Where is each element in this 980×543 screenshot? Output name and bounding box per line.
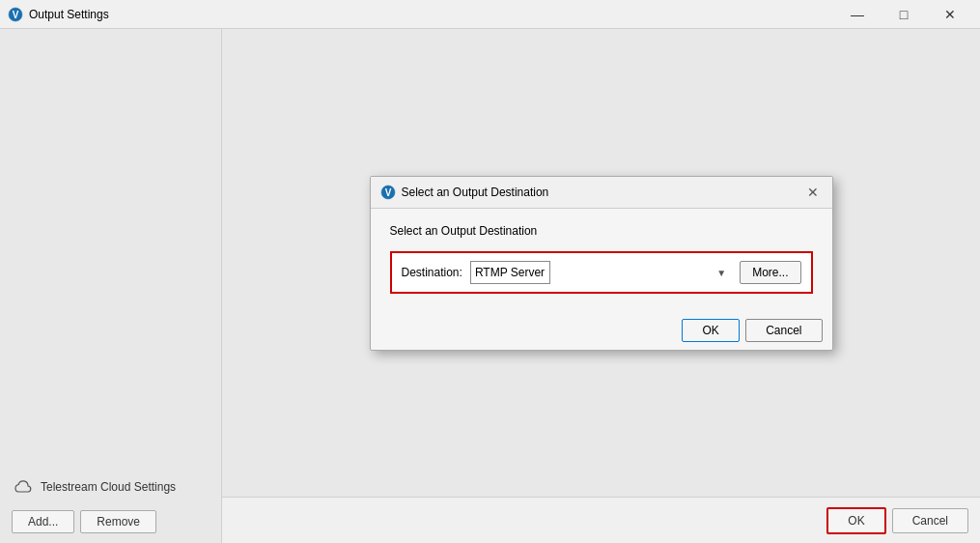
maximize-button[interactable]: □ bbox=[882, 0, 926, 29]
destination-row: Destination: RTMP Server File FTP Amazon… bbox=[402, 261, 801, 284]
close-button[interactable]: ✕ bbox=[928, 0, 972, 29]
dialog-title-left: V Select an Output Destination bbox=[380, 185, 549, 200]
more-button[interactable]: More... bbox=[740, 261, 800, 284]
modal-overlay: V Select an Output Destination ✕ Select … bbox=[222, 29, 980, 497]
svg-text:V: V bbox=[384, 187, 391, 198]
sidebar-footer-buttons: Add... Remove bbox=[0, 502, 221, 533]
cloud-icon bbox=[12, 479, 33, 495]
chevron-down-icon: ▼ bbox=[716, 267, 726, 277]
content-area: V Select an Output Destination ✕ Select … bbox=[222, 29, 980, 543]
minimize-button[interactable]: — bbox=[835, 0, 880, 29]
sidebar-item-telestream-cloud[interactable]: Telestream Cloud Settings bbox=[0, 472, 221, 502]
title-bar-left: V Output Settings bbox=[8, 7, 109, 22]
dialog-icon: V bbox=[380, 185, 396, 200]
dialog-actions: OK Cancel bbox=[371, 315, 832, 350]
destination-select[interactable]: RTMP Server File FTP Amazon S3 YouTube L… bbox=[470, 261, 550, 284]
dialog: V Select an Output Destination ✕ Select … bbox=[370, 176, 833, 351]
main-ok-button[interactable]: OK bbox=[826, 507, 885, 534]
dialog-cancel-button[interactable]: Cancel bbox=[745, 319, 822, 342]
svg-text:V: V bbox=[13, 10, 19, 20]
destination-label: Destination: bbox=[402, 266, 462, 279]
window-title: Output Settings bbox=[29, 8, 109, 21]
window-controls: — □ ✕ bbox=[835, 0, 972, 29]
remove-button[interactable]: Remove bbox=[80, 510, 156, 533]
destination-row-wrapper: Destination: RTMP Server File FTP Amazon… bbox=[390, 251, 813, 294]
dialog-body: Select an Output Destination Destination… bbox=[371, 209, 832, 315]
dialog-title: Select an Output Destination bbox=[402, 186, 549, 199]
select-wrapper: RTMP Server File FTP Amazon S3 YouTube L… bbox=[470, 261, 732, 284]
add-button[interactable]: Add... bbox=[12, 510, 74, 533]
telestream-cloud-label: Telestream Cloud Settings bbox=[41, 480, 176, 494]
app-icon: V bbox=[8, 7, 23, 22]
dialog-ok-button[interactable]: OK bbox=[682, 319, 740, 342]
dialog-close-button[interactable]: ✕ bbox=[803, 183, 823, 202]
main-cancel-button[interactable]: Cancel bbox=[892, 508, 968, 533]
dialog-subtitle: Select an Output Destination bbox=[390, 224, 813, 238]
sidebar: Telestream Cloud Settings Add... Remove bbox=[0, 29, 222, 543]
bottom-bar: OK Cancel bbox=[222, 497, 980, 543]
main-container: Telestream Cloud Settings Add... Remove … bbox=[0, 29, 980, 543]
dialog-title-bar: V Select an Output Destination ✕ bbox=[371, 177, 832, 209]
title-bar: V Output Settings — □ ✕ bbox=[0, 0, 980, 29]
